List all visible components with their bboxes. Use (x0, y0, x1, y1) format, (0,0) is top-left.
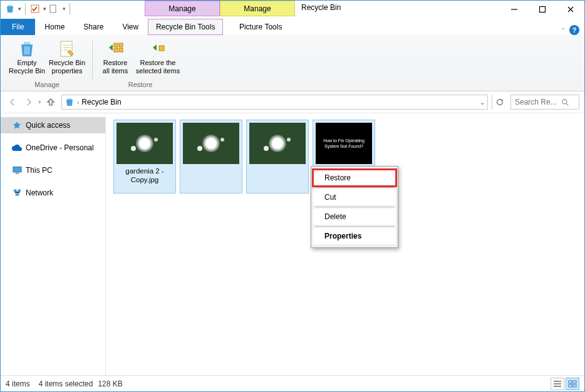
qat-customize-icon[interactable]: ▾ (63, 6, 66, 12)
file-tab[interactable]: File (1, 19, 35, 35)
search-input[interactable] (514, 97, 559, 107)
view-details-button[interactable] (551, 378, 564, 390)
svg-rect-1 (50, 5, 56, 13)
help-icon[interactable]: ? (569, 25, 579, 35)
pc-icon (12, 165, 22, 175)
recycle-bin-properties-button[interactable]: Recycle Bin properties (48, 38, 86, 80)
status-size: 128 KB (98, 379, 122, 388)
context-menu-restore[interactable]: Restore (313, 170, 396, 186)
svg-rect-5 (114, 43, 118, 47)
context-menu: Restore Cut Delete Properties (311, 166, 398, 248)
search-box[interactable] (510, 95, 579, 110)
ribbon-group-label: Manage (34, 80, 60, 91)
explorer-window: ▾ ▾ ▾ Manage Manage Recycle Bin File Hom… (0, 0, 585, 392)
label: Restore all items (103, 59, 128, 75)
separator (70, 3, 70, 14)
thumbnail (116, 123, 173, 164)
minimize-button[interactable] (500, 1, 528, 18)
address-bar[interactable]: › Recycle Bin ⌄ (61, 95, 488, 110)
cloud-icon (12, 143, 22, 153)
tab-recycle-bin-tools[interactable]: Recycle Bin Tools (148, 19, 223, 35)
status-selection-count: 4 items selected (39, 379, 93, 388)
ribbon-group-manage: Empty Recycle Bin Recycle Bin properties… (4, 38, 90, 91)
recycle-bin-icon (65, 97, 75, 107)
thumbnail: How to Fix Operating System Not Found? (316, 123, 372, 164)
recent-locations-dropdown-icon[interactable]: ▾ (38, 99, 41, 105)
empty-recycle-bin-button[interactable]: Empty Recycle Bin (8, 38, 46, 80)
label: Empty Recycle Bin (9, 59, 45, 75)
address-location[interactable]: Recycle Bin (81, 98, 121, 106)
ribbon-collapse-icon[interactable]: ⌃ (561, 27, 566, 34)
restore-selected-items-button[interactable]: Restore the selected items (134, 38, 182, 80)
label: OneDrive - Personal (26, 143, 94, 152)
refresh-button[interactable] (492, 95, 507, 110)
svg-rect-19 (573, 384, 576, 387)
ribbon: Empty Recycle Bin Recycle Bin properties… (1, 35, 584, 91)
network-icon (12, 188, 22, 198)
view-large-icons-button[interactable] (566, 378, 579, 390)
contextual-header-recyclebin: Manage (145, 1, 220, 16)
svg-rect-13 (13, 189, 16, 192)
file-name: gardenia 2 - Copy.jpg (116, 164, 173, 190)
svg-rect-3 (539, 7, 545, 13)
properties-check-icon[interactable] (29, 3, 41, 14)
svg-rect-12 (15, 173, 19, 174)
svg-rect-11 (13, 167, 21, 172)
file-item[interactable] (180, 120, 242, 193)
svg-point-10 (562, 99, 567, 103)
qat-dropdown-icon[interactable]: ▾ (43, 6, 46, 12)
close-button[interactable] (556, 1, 584, 18)
file-item[interactable] (246, 120, 309, 193)
context-menu-delete[interactable]: Delete (313, 209, 396, 225)
restore-all-items-button[interactable]: Restore all items (99, 38, 132, 80)
quick-access-toolbar: ▾ ▾ ▾ (1, 1, 73, 16)
window-controls (500, 1, 584, 18)
items-view[interactable]: gardenia 2 - Copy.jpg How to Fix Operati… (106, 113, 584, 375)
contextual-tab-headers: Manage Manage (145, 1, 295, 16)
window-title: Recycle Bin (301, 3, 341, 12)
svg-rect-9 (159, 46, 164, 51)
up-button[interactable] (44, 95, 58, 109)
label: Restore the selected items (136, 59, 180, 75)
recycle-bin-icon (4, 3, 16, 14)
tab-home[interactable]: Home (35, 19, 74, 35)
sidebar-item-onedrive[interactable]: OneDrive - Personal (1, 140, 105, 156)
separator (315, 187, 394, 188)
ribbon-tabstrip: File Home Share View Recycle Bin Tools P… (1, 16, 584, 35)
svg-rect-16 (569, 381, 572, 383)
search-icon (561, 98, 569, 106)
svg-rect-8 (119, 48, 123, 52)
label: Network (26, 188, 53, 197)
sidebar-item-this-pc[interactable]: This PC (1, 162, 105, 178)
svg-rect-15 (15, 193, 19, 196)
thumbnail (249, 123, 306, 164)
status-item-count: 4 items (6, 379, 30, 388)
status-bar: 4 items 4 items selected 128 KB (1, 375, 584, 391)
tab-view[interactable]: View (113, 19, 148, 35)
label: Quick access (26, 121, 70, 130)
context-menu-cut[interactable]: Cut (313, 189, 396, 205)
thumbnail (183, 123, 239, 164)
tab-share[interactable]: Share (74, 19, 113, 35)
qat-dropdown-icon[interactable]: ▾ (18, 6, 21, 12)
maximize-button[interactable] (528, 1, 556, 18)
context-menu-properties[interactable]: Properties (313, 228, 396, 244)
body: Quick access OneDrive - Personal This PC… (1, 113, 584, 375)
sidebar-item-network[interactable]: Network (1, 185, 105, 201)
svg-rect-7 (114, 48, 118, 52)
tab-picture-tools[interactable]: Picture Tools (223, 19, 298, 35)
new-doc-icon[interactable] (48, 3, 59, 14)
separator (25, 3, 26, 14)
navigation-bar: ▾ › Recycle Bin ⌄ (1, 91, 584, 113)
contextual-header-picture: Manage (220, 1, 295, 16)
back-button[interactable] (6, 95, 19, 109)
star-icon (12, 120, 22, 130)
sidebar-item-quick-access[interactable]: Quick access (1, 117, 105, 133)
chevron-right-icon[interactable]: › (77, 99, 79, 106)
forward-button[interactable] (22, 95, 36, 109)
file-item[interactable]: gardenia 2 - Copy.jpg (113, 120, 176, 193)
separator (315, 226, 394, 227)
separator (315, 207, 394, 207)
label: This PC (26, 166, 53, 175)
address-dropdown-icon[interactable]: ⌄ (480, 99, 485, 106)
